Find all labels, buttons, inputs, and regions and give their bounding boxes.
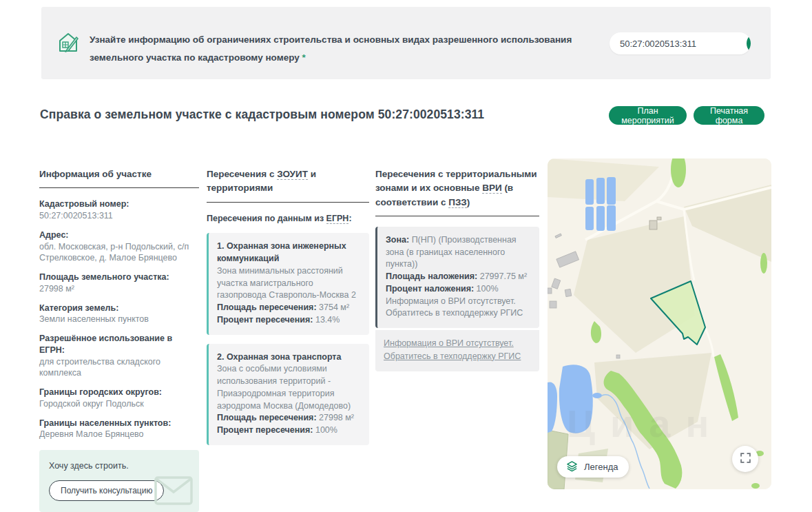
- zouit-heading: Пересечения с ЗОУИТ и территориями: [207, 167, 369, 203]
- overlay-area: Площадь наложения: 27997.75 м²: [386, 271, 531, 283]
- overlay-percent: Процент наложения: 100%: [386, 283, 531, 296]
- envelope-icon: [154, 474, 194, 509]
- banner-text: Узнайте информацию об ограничениях строи…: [90, 31, 599, 67]
- territorial-heading: Пересечения с территориальными зонами и …: [375, 167, 539, 216]
- water-pools: [585, 177, 616, 231]
- page-title: Справка о земельном участке с кадастровы…: [40, 107, 484, 122]
- vri-note-line1: Информация о ВРИ отсутствует.: [386, 296, 531, 308]
- field-area: Площадь земельного участка: 27998 м²: [39, 272, 199, 295]
- pzz-abbr[interactable]: ПЗЗ: [448, 197, 467, 208]
- intersection-percent: Процент пересечения: 13.4%: [217, 314, 361, 327]
- plan-button[interactable]: План мероприятий: [609, 106, 687, 125]
- print-button[interactable]: Печатная форма: [694, 106, 764, 125]
- egrn-abbr[interactable]: ЕГРН: [326, 214, 349, 224]
- support-link[interactable]: Обратитесь в техподдержку РГИС: [384, 350, 531, 363]
- house-edit-icon: [55, 29, 83, 57]
- zone-name: Зона: П(НП) (Производственная зона (в гр…: [386, 234, 531, 271]
- field-permitted-use: Разрешённое использование в ЕГРН: для ст…: [39, 333, 199, 379]
- map-panel: Циан Легенда: [548, 158, 771, 489]
- intersection-area: Площадь пересечения: 3754 м²: [217, 302, 361, 314]
- field-city-district: Границы городских округов: Городской окр…: [39, 387, 199, 410]
- territorial-zone-card: Зона: П(НП) (Производственная зона (в гр…: [375, 227, 539, 328]
- intersection-percent: Процент пересечения: 100%: [217, 424, 361, 437]
- cadastral-search-banner: Узнайте информацию об ограничениях строи…: [41, 7, 771, 79]
- field-land-category: Категория земель: Земли населенных пункт…: [39, 303, 199, 326]
- intersection-area: Площадь пересечения: 27998 м²: [217, 412, 361, 424]
- vri-abbr[interactable]: ВРИ: [482, 183, 501, 194]
- zouit-column: Пересечения с ЗОУИТ и территориями Перес…: [207, 167, 369, 454]
- cadastral-search: [610, 32, 751, 54]
- vri-note-line2: Обратитесь в техподдержку РГИС: [386, 307, 531, 320]
- field-cadastral-number: Кадастровый номер: 50:27:0020513:311: [39, 198, 199, 222]
- legend-button[interactable]: Легенда: [557, 456, 629, 478]
- field-address: Адрес: обл. Московская, р-н Подольский, …: [39, 229, 199, 264]
- zouit-card-2: 2. Охранная зона транспорта Зона с особы…: [207, 344, 369, 445]
- legend-button-label: Легенда: [584, 462, 618, 472]
- map-canvas[interactable]: [548, 158, 771, 489]
- fullscreen-button[interactable]: [732, 446, 758, 472]
- get-consultation-button[interactable]: Получить консультацию: [49, 480, 164, 501]
- layers-icon: [566, 460, 578, 474]
- page: Узнайте информацию об ограничениях строи…: [0, 0, 812, 512]
- required-asterisk: *: [302, 52, 306, 63]
- zouit-card-1: 1. Охранная зона инженерных коммуникаций…: [207, 233, 369, 334]
- zouit-abbr[interactable]: ЗОУИТ: [277, 169, 308, 180]
- support-links-block: Информация о ВРИ отсутствует. Обратитесь…: [375, 330, 539, 371]
- fullscreen-icon: [740, 453, 751, 465]
- plot-info-column: Информация об участке Кадастровый номер:…: [39, 167, 199, 512]
- search-button[interactable]: [747, 32, 751, 54]
- consultation-text: Хочу здесь строить.: [49, 460, 189, 472]
- territorial-column: Пересечения с территориальными зонами и …: [375, 167, 539, 371]
- consultation-box: Хочу здесь строить. Получить консультаци…: [39, 450, 199, 512]
- plot-info-heading: Информация об участке: [39, 167, 199, 188]
- cadastral-number-input[interactable]: [610, 32, 747, 54]
- vri-missing-link[interactable]: Информация о ВРИ отсутствует.: [384, 337, 531, 350]
- zouit-subheading: Пересечения по данным из ЕГРН:: [207, 213, 369, 225]
- field-settlement: Границы населенных пунктов: Деревня Мало…: [39, 418, 199, 441]
